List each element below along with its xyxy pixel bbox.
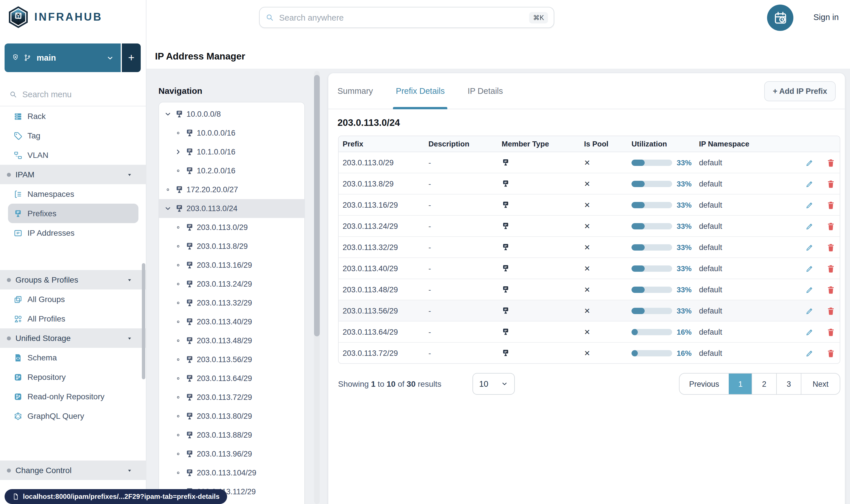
sidebar-item-tag[interactable]: Tag (0, 126, 146, 145)
delete-prefix-button[interactable] (827, 285, 835, 294)
cell-actions (796, 349, 840, 357)
tree-item-203-0-113-32-29[interactable]: 203.0.113.32/29 (159, 293, 304, 312)
delete-prefix-button[interactable] (827, 222, 835, 230)
sidebar-section-groups-profiles[interactable]: Groups & Profiles (0, 270, 146, 289)
sidebar-section-ipam[interactable]: IPAM (0, 165, 146, 184)
tree-item-10-0-0-0-8[interactable]: 10.0.0.0/8 (159, 105, 304, 124)
tree-item-203-0-113-80-29[interactable]: 203.0.113.80/29 (159, 407, 304, 426)
edit-prefix-button[interactable] (806, 327, 814, 336)
tree-item-203-0-113-72-29[interactable]: 203.0.113.72/29 (159, 388, 304, 407)
utilization-percent: 33% (677, 243, 691, 251)
prefix-icon (175, 185, 184, 194)
sidebar-item-schema[interactable]: Schema (0, 348, 146, 367)
sidebar-item-prefixes[interactable]: Prefixes (8, 204, 139, 223)
delete-prefix-button[interactable] (827, 306, 835, 315)
tree-item-label: 203.0.113.80/29 (197, 412, 252, 420)
page-size-select[interactable]: 10 (472, 373, 514, 395)
table-row: 203.0.113.0/29-✕33%default (339, 152, 840, 173)
tree-item-203-0-113-64-29[interactable]: 203.0.113.64/29 (159, 369, 304, 388)
prefix-icon (502, 264, 510, 272)
global-search-input[interactable]: Search anywhere ⌘K (259, 7, 554, 28)
tab-summary[interactable]: Summary (338, 73, 373, 109)
sidebar-item-all-groups[interactable]: All Groups (0, 289, 146, 309)
delete-prefix-button[interactable] (827, 327, 835, 336)
delete-prefix-button[interactable] (827, 349, 835, 357)
edit-prefix-button[interactable] (806, 306, 814, 315)
delete-prefix-button[interactable] (827, 264, 835, 273)
tree-item-203-0-113-48-29[interactable]: 203.0.113.48/29 (159, 331, 304, 350)
sidebar-item-read-only-repository[interactable]: Read-only Repository (0, 387, 146, 406)
sidebar-section-unified-storage[interactable]: Unified Storage (0, 328, 146, 348)
delete-prefix-button[interactable] (827, 179, 835, 188)
page-button-2[interactable]: 2 (752, 374, 776, 394)
branch-select-button[interactable]: main (4, 43, 121, 72)
tree-scrollbar-thumb[interactable] (314, 75, 320, 336)
edit-prefix-button[interactable] (806, 349, 814, 357)
column-header-description: Description (424, 140, 498, 148)
edit-prefix-button[interactable] (806, 264, 814, 273)
tree-item-label: 203.0.113.32/29 (197, 299, 252, 307)
delete-prefix-button[interactable] (827, 200, 835, 209)
utilization-percent: 33% (677, 179, 691, 188)
sidebar-item-vlan[interactable]: VLAN (0, 145, 146, 165)
tree-item-10-1-0-0-16[interactable]: 10.1.0.0/16 (159, 142, 304, 161)
edit-prefix-button[interactable] (806, 222, 814, 230)
edit-prefix-button[interactable] (806, 158, 814, 167)
tree-item-203-0-113-16-29[interactable]: 203.0.113.16/29 (159, 256, 304, 275)
cell-prefix: 203.0.113.72/29 (339, 349, 424, 357)
tab-ip-details[interactable]: IP Details (468, 73, 503, 109)
sidebar-section-label: Groups & Profiles (15, 275, 78, 284)
page-button-3[interactable]: 3 (776, 374, 801, 394)
tree-item-203-0-113-0-29[interactable]: 203.0.113.0/29 (159, 218, 304, 237)
edit-prefix-button[interactable] (806, 243, 814, 251)
circle-icon (176, 357, 180, 362)
sidebar-item-namespaces[interactable]: Namespaces (0, 184, 146, 204)
edit-prefix-button[interactable] (806, 179, 814, 188)
sidebar-item-label: Prefixes (28, 209, 56, 218)
tree-item-203-0-113-24-29[interactable]: 203.0.113.24/29 (159, 275, 304, 293)
tree-item-203-0-113-0-24[interactable]: 203.0.113.0/24 (159, 199, 304, 218)
sidebar-item-ip-addresses[interactable]: IP Addresses (0, 223, 146, 242)
sidebar-scrollbar[interactable] (142, 263, 145, 379)
add-branch-button[interactable]: + (122, 43, 141, 72)
delete-prefix-button[interactable] (827, 158, 835, 167)
page-button-1[interactable]: 1 (729, 374, 752, 394)
sidebar-item-all-profiles[interactable]: All Profiles (0, 309, 146, 328)
utilization-bar (632, 350, 672, 356)
navigation-panel-title: Navigation (159, 86, 202, 95)
edit-prefix-button[interactable] (806, 200, 814, 209)
edit-prefix-button[interactable] (806, 285, 814, 294)
sidebar-section-change-control[interactable]: Change Control (0, 461, 146, 480)
tree-item-10-2-0-0-16[interactable]: 10.2.0.0/16 (159, 161, 304, 180)
delete-prefix-button[interactable] (827, 243, 835, 251)
tree-item-10-0-0-0-16[interactable]: 10.0.0.0/16 (159, 124, 304, 142)
tab-prefix-details[interactable]: Prefix Details (396, 73, 445, 109)
next-page-button[interactable]: Next (801, 374, 840, 394)
column-header-utilization: Utilization (628, 140, 695, 148)
sidebar-item-rack[interactable]: Rack (0, 106, 146, 126)
tree-scrollbar-track[interactable] (314, 71, 320, 504)
previous-page-button[interactable]: Previous (680, 374, 729, 394)
sidebar-item-label: GraphQL Query (28, 411, 84, 420)
cell-is-pool: ✕ (580, 327, 628, 336)
sign-in-link[interactable]: Sign in (813, 13, 839, 22)
sidebar-search-placeholder: Search menu (22, 90, 72, 99)
sidebar-search-input[interactable]: Search menu (0, 83, 146, 106)
sidebar-item-graphql-query[interactable]: GraphQL Query (0, 406, 146, 426)
calendar-clock-icon (773, 11, 788, 25)
add-ip-prefix-button[interactable]: + Add IP Prefix (764, 81, 836, 101)
tree-item-203-0-113-88-29[interactable]: 203.0.113.88/29 (159, 426, 304, 445)
circle-icon (176, 433, 180, 437)
logo[interactable]: INFRAHUB (0, 0, 146, 29)
cell-is-pool: ✕ (580, 158, 628, 167)
tree-item-203-0-113-56-29[interactable]: 203.0.113.56/29 (159, 350, 304, 369)
cell-member-type (498, 349, 580, 357)
prefix-icon (502, 201, 510, 209)
tree-item-203-0-113-40-29[interactable]: 203.0.113.40/29 (159, 312, 304, 331)
sidebar-item-repository[interactable]: Repository (0, 367, 146, 387)
tree-item-172-20-20-0-27[interactable]: 172.20.20.0/27 (159, 180, 304, 199)
tree-item-203-0-113-96-29[interactable]: 203.0.113.96/29 (159, 445, 304, 463)
tree-item-203-0-113-8-29[interactable]: 203.0.113.8/29 (159, 237, 304, 256)
tree-item-203-0-113-104-29[interactable]: 203.0.113.104/29 (159, 463, 304, 482)
time-travel-button[interactable] (767, 4, 793, 31)
